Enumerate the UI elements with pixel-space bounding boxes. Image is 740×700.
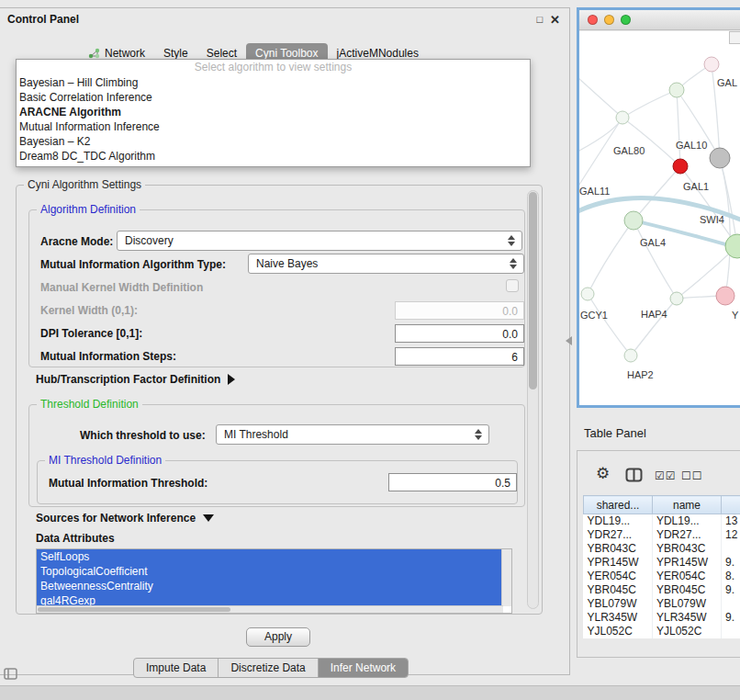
attribute-item[interactable]: TopologicalCoefficient [37, 564, 502, 579]
dropdown-item-selected[interactable]: ARACNE Algorithm [17, 105, 530, 119]
status-bar [0, 685, 740, 700]
mi-threshold-field[interactable]: 0.5 [388, 473, 517, 491]
table-panel-title: Table Panel [584, 426, 646, 440]
close-button[interactable] [588, 15, 598, 25]
dpi-tolerance-field[interactable]: 0.0 [395, 324, 524, 343]
network-node[interactable] [716, 287, 734, 305]
table-cell: YLR345W [584, 611, 653, 625]
tab-label: Network [105, 47, 145, 60]
table-cell [722, 597, 740, 611]
tab-label: Style [163, 47, 188, 60]
table-row[interactable]: YBR043C YBR043C [584, 542, 740, 556]
mi-steps-field[interactable]: 6 [395, 347, 524, 366]
scrollbar-thumb[interactable] [38, 607, 230, 612]
hub-definition-label: Hub/Transcription Factor Definition [36, 373, 220, 386]
tab-discretize-data[interactable]: Discretize Data [219, 659, 318, 677]
network-node[interactable] [673, 159, 688, 174]
table-cell: 9. [722, 556, 740, 570]
collapse-panel-arrow[interactable] [566, 336, 572, 345]
table-cell [722, 542, 740, 556]
node-label: GAL10 [676, 140, 707, 151]
float-window-icon[interactable]: □ [536, 14, 543, 25]
sources-section-header[interactable]: Sources for Network Inference [36, 512, 214, 525]
zoom-button[interactable] [621, 15, 631, 25]
table-panel-window: ⚙ ☑☑ ☐☐ shared... name YDL19... YDL19...… [577, 450, 740, 658]
network-node[interactable] [670, 292, 683, 305]
network-node[interactable] [669, 83, 684, 97]
network-canvas[interactable]: GAL80 GAL10 GAL11 GAL1 SWI4 GAL4 GCY1 HA… [579, 31, 740, 405]
manual-kernel-label: Manual Kernel Width Definition [40, 281, 203, 294]
node-label: SWI4 [700, 214, 724, 225]
which-threshold-select[interactable]: MI Threshold [216, 424, 489, 445]
table-cell: 13 [722, 514, 740, 528]
table-cell: YBR045C [652, 583, 721, 597]
table-row[interactable]: YDL19... YDL19... 13 [584, 514, 740, 528]
combo-arrows-icon [508, 235, 515, 246]
network-node[interactable] [616, 111, 629, 124]
gear-icon[interactable]: ⚙ [596, 464, 610, 483]
node-label: GAL1 [683, 181, 709, 192]
dropdown-item[interactable]: Bayesian – K2 [17, 134, 530, 149]
close-window-icon[interactable]: ✕ [550, 13, 560, 27]
mi-steps-label: Mutual Information Steps: [40, 350, 176, 363]
deselect-all-icon[interactable]: ☐☐ [681, 469, 703, 482]
attribute-item[interactable]: SelfLoops [37, 549, 502, 564]
tab-infer-network[interactable]: Infer Network [319, 659, 408, 677]
dropdown-item[interactable]: Bayesian – Hill Climbing [17, 75, 530, 90]
table-cell: 8. [722, 570, 740, 583]
table-cell: YJL052C [584, 625, 653, 638]
table-row[interactable]: YER054C YER054C 8. [584, 570, 740, 583]
dropdown-placeholder: Select algorithm to view settings [17, 60, 530, 75]
attribute-item[interactable]: BetweennessCentrality [37, 579, 502, 593]
sources-label: Sources for Network Inference [36, 512, 196, 525]
tab-impute-data[interactable]: Impute Data [134, 659, 219, 677]
table-row[interactable]: YBL079W YBL079W [584, 597, 740, 611]
network-node[interactable] [624, 211, 643, 230]
control-panel-window: Control Panel □ ✕ Network Style [0, 7, 570, 675]
table-cell: YPR145W [584, 556, 653, 570]
table-cell: YBR043C [652, 542, 721, 556]
mi-algorithm-type-select[interactable]: Naive Bayes [248, 254, 524, 274]
canvas-corner-widget [729, 31, 740, 44]
network-node[interactable] [704, 57, 719, 72]
algorithm-definition-group: Algorithm Definition Aracne Mode: Discov… [28, 209, 525, 367]
dropdown-item[interactable]: Dream8 DC_TDC Algorithm [17, 149, 530, 164]
dpi-tolerance-label: DPI Tolerance [0,1]: [40, 327, 142, 340]
column-header[interactable]: shared... [584, 496, 653, 514]
network-node[interactable] [581, 288, 594, 300]
node-labels: GAL80 GAL10 GAL11 GAL1 SWI4 GAL4 GCY1 HA… [579, 77, 739, 380]
table-row[interactable]: YLR345W YLR345W 9. [584, 611, 740, 625]
dropdown-item[interactable]: Basic Correlation Inference [17, 90, 530, 105]
table-row[interactable]: YPR145W YPR145W 9. [584, 556, 740, 570]
select-all-icon[interactable]: ☑☑ [655, 469, 677, 482]
kernel-width-field: 0.0 [395, 301, 524, 320]
apply-button[interactable]: Apply [246, 627, 310, 647]
show-panel-icon[interactable] [4, 668, 17, 680]
list-vertical-scrollbar[interactable] [501, 549, 511, 606]
table-row[interactable]: YDR27... YDR27... 12 [584, 528, 740, 542]
kernel-width-label: Kernel Width (0,1): [40, 304, 138, 317]
node-label: GAL [717, 77, 737, 88]
column-visibility-icon[interactable] [625, 468, 643, 482]
minimize-button[interactable] [604, 15, 614, 25]
list-horizontal-scrollbar[interactable] [37, 605, 503, 613]
table-cell: YBR045C [584, 583, 653, 597]
table-cell: YPR145W [652, 556, 721, 570]
table-row[interactable]: YBR045C YBR045C 9. [584, 583, 740, 597]
scrollbar-thumb[interactable] [529, 192, 537, 390]
aracne-mode-select[interactable]: Discovery [117, 231, 522, 251]
aracne-mode-label: Aracne Mode: [40, 235, 113, 248]
column-header[interactable] [722, 496, 740, 514]
settings-vertical-scrollbar[interactable] [527, 190, 539, 609]
cyni-algorithm-settings-group: Cyni Algorithm Settings Algorithm Defini… [16, 185, 543, 615]
dropdown-item[interactable]: Mutual Information Inference [17, 119, 530, 134]
mi-threshold-definition-group: MI Threshold Definition Mutual Informati… [37, 460, 518, 504]
table-cell: YLR345W [652, 611, 721, 625]
table-cell [722, 625, 740, 638]
table-row[interactable]: YJL052C YJL052C [584, 625, 740, 638]
column-header[interactable]: name [652, 496, 721, 514]
network-node[interactable] [624, 349, 637, 362]
network-node[interactable] [710, 148, 730, 168]
hub-definition-section-header[interactable]: Hub/Transcription Factor Definition [36, 373, 235, 386]
which-threshold-value: MI Threshold [224, 428, 288, 441]
